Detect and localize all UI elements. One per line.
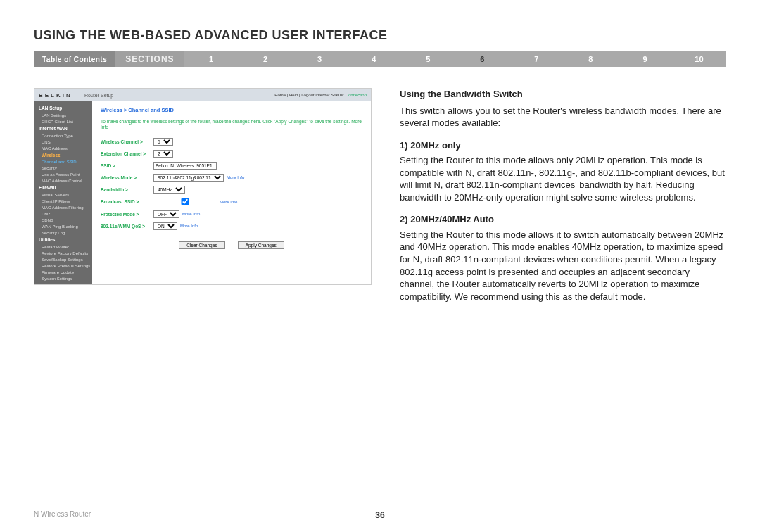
nav-toc[interactable]: Table of Contents (34, 51, 115, 67)
nav-num-1[interactable]: 1 (184, 51, 239, 67)
subsection-heading: 1) 20MHz only (400, 139, 726, 152)
row-bandwidth: Bandwidth > 40MHz (101, 186, 362, 194)
sidebar-group-lan: LAN Setup (34, 104, 92, 112)
sidebar-item[interactable]: DDNS (34, 217, 92, 223)
qos-select[interactable]: ON (153, 222, 177, 230)
sidebar-item[interactable]: DHCP Client List (34, 118, 92, 125)
nav-num-9[interactable]: 9 (618, 51, 672, 67)
paragraph: Setting the Router to this mode allows o… (400, 154, 726, 203)
article-text: Using the Bandwidth Switch This switch a… (400, 88, 726, 312)
more-info-link[interactable]: More Info (180, 224, 198, 228)
sidebar-item[interactable]: Use as Access Point (34, 171, 92, 177)
nav-num-4[interactable]: 4 (347, 51, 401, 67)
sidebar-group-wan: Internet WAN (34, 125, 92, 132)
sidebar-item[interactable]: DNS (34, 139, 92, 145)
row-broadcast-ssid: Broadcast SSID > More Info (101, 198, 362, 206)
label: Extension Channel > (101, 151, 153, 156)
nav-num-5[interactable]: 5 (401, 51, 455, 67)
label: 802.11e/WMM QoS > (101, 224, 153, 229)
sidebar-item[interactable]: Security Log (34, 229, 92, 236)
more-info-link[interactable]: More Info (220, 200, 237, 204)
label: SSID > (101, 163, 153, 168)
sidebar-item-channel-ssid[interactable]: Channel and SSID (34, 158, 92, 165)
sidebar-item[interactable]: Client IP Filters (34, 198, 92, 204)
router-sidebar: LAN Setup LAN Settings DHCP Client List … (34, 101, 92, 284)
nav-num-10[interactable]: 10 (672, 51, 726, 67)
sidebar-item[interactable]: Firmware Update (34, 269, 92, 275)
header-links[interactable]: Home | Help | Logout Internet Status: Co… (274, 93, 367, 97)
sidebar-item[interactable]: Restart Router (34, 243, 92, 250)
apply-changes-button[interactable]: Apply Changes (238, 241, 284, 249)
router-main-panel: Wireless > Channel and SSID To make chan… (92, 101, 371, 284)
nav-num-7[interactable]: 7 (509, 51, 564, 67)
row-protected-mode: Protected Mode > OFF More Info (101, 210, 362, 218)
paragraph: This switch allows you to set the Router… (400, 105, 726, 129)
nav-num-8[interactable]: 8 (564, 51, 618, 67)
section-nav: Table of Contents SECTIONS 1 2 3 4 5 6 7… (34, 51, 726, 67)
nav-sections-label: SECTIONS (115, 51, 184, 67)
label: Wireless Channel > (101, 139, 153, 144)
router-setup-label: Router Setup (80, 93, 113, 98)
panel-instructions: To make changes to the wireless settings… (101, 119, 362, 131)
clear-changes-button[interactable]: Clear Changes (179, 241, 224, 249)
internet-status: Connection (346, 93, 367, 97)
header-links-text: Home | Help | Logout Internet Status: (274, 93, 344, 97)
sidebar-item[interactable]: Restore Previous Settings (34, 262, 92, 269)
sidebar-item[interactable]: Security (34, 165, 92, 171)
sidebar-group-utilities: Utilities (34, 236, 92, 243)
more-info-link[interactable]: More Info (227, 175, 244, 179)
nav-num-3[interactable]: 3 (293, 51, 347, 67)
nav-num-6[interactable]: 6 (455, 51, 509, 67)
label: Broadcast SSID > (101, 199, 153, 204)
sidebar-item[interactable]: System Settings (34, 275, 92, 281)
row-wireless-mode: Wireless Mode > 802.11b&802.11g&802.11n … (101, 174, 362, 182)
sidebar-item[interactable]: LAN Settings (34, 112, 92, 118)
sidebar-group-wireless: Wireless (34, 151, 92, 158)
breadcrumb: Wireless > Channel and SSID (101, 107, 362, 113)
nav-numbers: 1 2 3 4 5 6 7 8 9 10 (184, 51, 726, 67)
label: Wireless Mode > (101, 175, 153, 180)
footer-product: N Wireless Router (34, 510, 91, 518)
label: Protected Mode > (101, 212, 153, 217)
row-qos: 802.11e/WMM QoS > ON More Info (101, 222, 362, 230)
sidebar-item[interactable]: Virtual Servers (34, 191, 92, 198)
label: Bandwidth > (101, 187, 153, 192)
sidebar-item[interactable]: MAC Address Control (34, 177, 92, 184)
more-info-link[interactable]: More Info (182, 212, 200, 216)
paragraph: Setting the Router to this mode allows i… (400, 229, 726, 303)
wireless-channel-select[interactable]: 6 (153, 138, 173, 146)
section-heading: Using the Bandwidth Switch (400, 88, 726, 101)
sidebar-group-firewall: Firewall (34, 184, 92, 191)
subsection-heading: 2) 20MHz/40MHz Auto (400, 213, 726, 226)
sidebar-item[interactable]: MAC Address Filtering (34, 204, 92, 210)
wireless-mode-select[interactable]: 802.11b&802.11g&802.11n (153, 174, 224, 182)
page-title: USING THE WEB-BASED ADVANCED USER INTERF… (0, 0, 760, 51)
row-wireless-channel: Wireless Channel > 6 (101, 138, 362, 146)
row-ext-channel: Extension Channel > 2 (101, 150, 362, 158)
page-footer: N Wireless Router 36 (34, 510, 726, 518)
sidebar-item[interactable]: Connection Type (34, 132, 92, 139)
ssid-input[interactable] (153, 162, 217, 170)
sidebar-item[interactable]: Restore Factory Defaults (34, 250, 92, 256)
sidebar-item[interactable]: Save/Backup Settings (34, 256, 92, 262)
router-screenshot: BELKIN Router Setup Home | Help | Logout… (34, 88, 372, 285)
broadcast-ssid-checkbox[interactable] (153, 198, 217, 205)
sidebar-item[interactable]: MAC Address (34, 145, 92, 151)
brand-logo: BELKIN (39, 92, 72, 99)
row-ssid: SSID > (101, 162, 362, 170)
sidebar-item[interactable]: WAN Ping Blocking (34, 223, 92, 229)
sidebar-item[interactable]: DMZ (34, 210, 92, 217)
protected-mode-select[interactable]: OFF (153, 210, 179, 218)
page-number: 36 (375, 510, 384, 520)
router-header: BELKIN Router Setup Home | Help | Logout… (34, 89, 371, 101)
nav-num-2[interactable]: 2 (239, 51, 293, 67)
bandwidth-select[interactable]: 40MHz (153, 186, 185, 194)
ext-channel-select[interactable]: 2 (153, 150, 173, 158)
